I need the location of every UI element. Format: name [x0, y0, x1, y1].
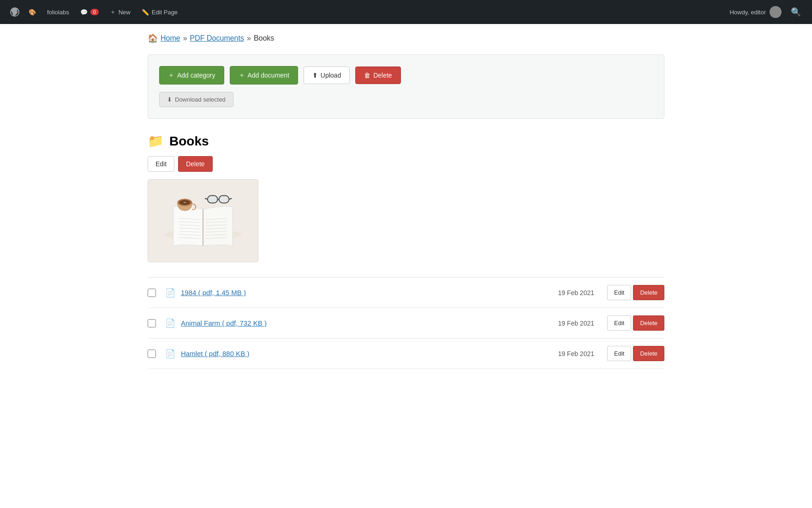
doc-actions-1: Edit Delete [607, 315, 664, 331]
add-document-button[interactable]: ＋ Add document [230, 66, 298, 85]
pdf-icon-0: 📄 [165, 288, 175, 298]
section-heading: 📁 Books [148, 133, 664, 149]
doc-actions-0: Edit Delete [607, 285, 664, 300]
doc-checkbox-0[interactable] [148, 289, 156, 297]
svg-rect-26 [208, 196, 218, 203]
admin-bar-edit-page[interactable]: ✏️ Edit Page [137, 0, 182, 24]
doc-edit-button-1[interactable]: Edit [607, 315, 631, 331]
home-icon: 🏠 [148, 33, 158, 43]
toolbar-row-1: ＋ Add category ＋ Add document ⬆ Upload 🗑… [159, 66, 653, 85]
download-icon: ⬇ [167, 96, 172, 103]
doc-edit-button-0[interactable]: Edit [607, 285, 631, 300]
category-edit-button[interactable]: Edit [148, 156, 174, 172]
breadcrumb-current: Books [254, 34, 274, 42]
doc-date-0: 19 Feb 2021 [539, 289, 594, 296]
doc-delete-button-1[interactable]: Delete [633, 315, 664, 331]
pdf-icon-2: 📄 [165, 349, 175, 359]
add-category-plus-icon: ＋ [168, 71, 174, 79]
table-row: 📄 Hamlet ( pdf, 880 KB ) 19 Feb 2021 Edi… [148, 339, 664, 369]
breadcrumb: 🏠 Home » PDF Documents » Books [148, 33, 664, 43]
doc-link-2[interactable]: Hamlet ( pdf, 880 KB ) [181, 350, 249, 357]
table-row: 📄 Animal Farm ( pdf, 732 KB ) 19 Feb 202… [148, 308, 664, 339]
books-section: 📁 Books Edit Delete [148, 133, 664, 369]
svg-rect-27 [219, 196, 229, 203]
delete-button[interactable]: 🗑 Delete [355, 67, 400, 84]
category-image [148, 180, 258, 262]
comment-badge: 0 [90, 9, 99, 15]
download-selected-label: Download selected [175, 96, 226, 103]
delete-trash-icon: 🗑 [364, 72, 370, 79]
documents-list: 📄 1984 ( pdf, 1.45 MB ) 19 Feb 2021 Edit… [148, 277, 664, 369]
doc-checkbox-1[interactable] [148, 319, 156, 327]
toolbar-area: ＋ Add category ＋ Add document ⬆ Upload 🗑… [148, 54, 664, 119]
category-image-box [148, 179, 258, 262]
breadcrumb-pdf-docs[interactable]: PDF Documents [190, 34, 244, 42]
table-row: 📄 1984 ( pdf, 1.45 MB ) 19 Feb 2021 Edit… [148, 278, 664, 308]
breadcrumb-sep-1: » [183, 34, 187, 42]
doc-date-1: 19 Feb 2021 [539, 320, 594, 327]
section-title: Books [169, 134, 209, 149]
plus-icon: ＋ [110, 8, 116, 16]
upload-label: Upload [321, 72, 341, 79]
delete-label: Delete [373, 72, 392, 79]
doc-name-0: 1984 ( pdf, 1.45 MB ) [181, 289, 533, 296]
edit-icon: ✏️ [142, 9, 149, 16]
howdy-section: Howdy, editor [729, 6, 782, 18]
search-button[interactable]: 🔍 [787, 7, 805, 17]
add-document-plus-icon: ＋ [239, 71, 245, 79]
wp-logo[interactable] [7, 5, 22, 19]
download-selected-button[interactable]: ⬇ Download selected [159, 92, 233, 107]
category-delete-label: Delete [186, 160, 204, 168]
upload-icon: ⬆ [312, 72, 318, 79]
category-delete-button[interactable]: Delete [178, 156, 212, 172]
site-name-label: foliolabs [47, 9, 69, 16]
upload-button[interactable]: ⬆ Upload [304, 67, 350, 84]
admin-bar: 🎨 foliolabs 💬 0 ＋ New ✏️ Edit Page Howdy… [0, 0, 812, 24]
admin-bar-palette[interactable]: 🎨 [24, 0, 41, 24]
admin-bar-site[interactable]: foliolabs [42, 0, 74, 24]
edit-page-label: Edit Page [152, 9, 178, 16]
folder-icon: 📁 [148, 133, 164, 149]
breadcrumb-sep-2: » [247, 34, 251, 42]
user-avatar [770, 6, 782, 18]
doc-checkbox-2[interactable] [148, 350, 156, 358]
comment-icon: 💬 [80, 9, 88, 16]
add-category-label: Add category [177, 72, 215, 79]
main-content: 🏠 Home » PDF Documents » Books ＋ Add cat… [129, 24, 683, 378]
add-document-label: Add document [248, 72, 289, 79]
doc-date-2: 19 Feb 2021 [539, 350, 594, 357]
category-edit-label: Edit [155, 160, 167, 168]
howdy-text: Howdy, editor [729, 9, 766, 16]
new-label: New [119, 9, 131, 16]
admin-bar-comments[interactable]: 💬 0 [76, 0, 103, 24]
doc-edit-button-2[interactable]: Edit [607, 346, 631, 361]
admin-bar-new[interactable]: ＋ New [105, 0, 135, 24]
pdf-icon-1: 📄 [165, 318, 175, 328]
doc-name-2: Hamlet ( pdf, 880 KB ) [181, 350, 533, 357]
palette-icon: 🎨 [29, 9, 36, 16]
add-category-button[interactable]: ＋ Add category [159, 66, 224, 85]
doc-actions-2: Edit Delete [607, 346, 664, 361]
breadcrumb-home[interactable]: Home [161, 34, 180, 42]
category-actions: Edit Delete [148, 156, 664, 172]
doc-delete-button-2[interactable]: Delete [633, 346, 664, 361]
toolbar-row-2: ⬇ Download selected [159, 92, 653, 107]
doc-link-0[interactable]: 1984 ( pdf, 1.45 MB ) [181, 289, 246, 296]
doc-link-1[interactable]: Animal Farm ( pdf, 732 KB ) [181, 319, 267, 327]
doc-name-1: Animal Farm ( pdf, 732 KB ) [181, 319, 533, 327]
doc-delete-button-0[interactable]: Delete [633, 285, 664, 300]
